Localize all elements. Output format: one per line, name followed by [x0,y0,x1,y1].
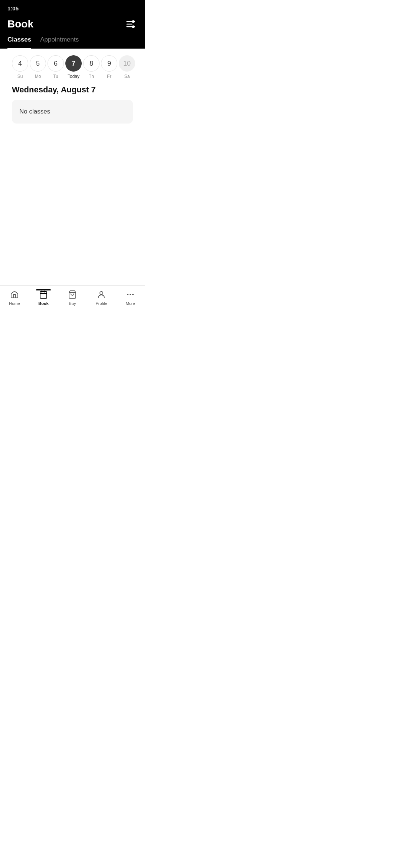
day-label: Sa [124,74,130,79]
status-time: 1:05 [7,5,19,11]
nav-more-label: More [125,301,135,306]
selected-date: Wednesday, August 7 [12,85,133,95]
tabs-bar: Classes Appointments [0,31,145,49]
profile-icon [96,289,107,300]
day-label: Su [17,74,23,79]
bottom-nav: Home Book Buy [0,285,145,313]
main-content: 4 Su 5 Mo 6 Tu 7 Today 8 Th 9 Fr [0,49,145,127]
nav-home[interactable]: Home [0,289,29,306]
nav-active-indicator [36,289,51,290]
nav-buy-label: Buy [69,301,76,306]
no-classes-text: No classes [19,108,50,115]
day-number: 5 [30,55,46,72]
nav-book-label: Book [38,301,49,306]
day-label: Tu [53,74,58,79]
day-item-monday[interactable]: 5 Mo [30,55,46,79]
day-label: Mo [35,74,41,79]
day-label: Th [89,74,94,79]
nav-more[interactable]: More [116,289,145,306]
nav-profile[interactable]: Profile [87,289,116,306]
svg-point-11 [127,294,128,295]
buy-icon [67,289,78,300]
day-number: 7 [65,55,82,72]
tab-appointments[interactable]: Appointments [40,36,79,49]
book-icon [38,289,49,300]
svg-point-13 [132,294,134,295]
svg-point-4 [133,26,134,28]
nav-book[interactable]: Book [29,289,58,306]
calendar-section: 4 Su 5 Mo 6 Tu 7 Today 8 Th 9 Fr [6,49,139,127]
day-number: 10 [119,55,135,72]
day-label: Fr [107,74,111,79]
day-item-tuesday[interactable]: 6 Tu [48,55,64,79]
svg-point-10 [100,292,103,295]
home-icon [9,289,20,300]
svg-point-3 [133,21,134,23]
more-icon [125,289,136,300]
status-bar: 1:05 [0,0,145,14]
tab-classes[interactable]: Classes [7,36,31,49]
day-number: 9 [101,55,117,72]
nav-profile-label: Profile [95,301,107,306]
day-label: Today [68,74,79,79]
day-item-saturday[interactable]: 10 Sa [119,55,135,79]
day-number: 8 [83,55,100,72]
page-title: Book [7,18,33,30]
day-item-sunday[interactable]: 4 Su [12,55,28,79]
day-item-today[interactable]: 7 Today [65,55,82,79]
day-item-friday[interactable]: 9 Fr [101,55,117,79]
filter-icon[interactable] [124,17,137,31]
no-classes-card: No classes [12,100,133,124]
nav-home-label: Home [9,301,20,306]
day-number: 4 [12,55,28,72]
day-item-thursday[interactable]: 8 Th [83,55,100,79]
day-number: 6 [48,55,64,72]
svg-point-12 [130,294,131,295]
nav-buy[interactable]: Buy [58,289,87,306]
app-header: Book [0,14,145,31]
svg-rect-5 [40,292,47,298]
days-row: 4 Su 5 Mo 6 Tu 7 Today 8 Th 9 Fr [12,55,133,79]
